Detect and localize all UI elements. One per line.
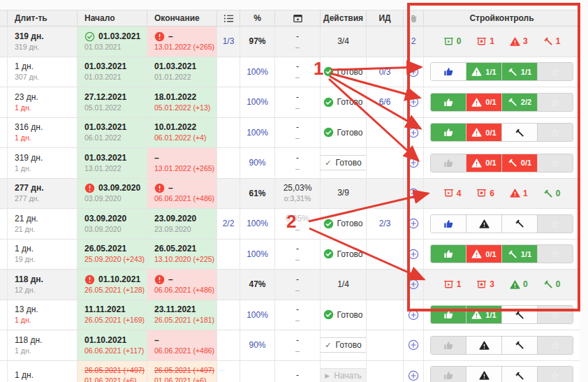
cell-checklist [217, 300, 240, 331]
cell-attach [404, 240, 424, 270]
cell-id: 2/3 [367, 209, 404, 240]
control-warning-button[interactable]: 1/1 [466, 63, 502, 80]
control-warning-button[interactable]: 0/1 [466, 94, 502, 111]
cell-actions: Готово [321, 240, 367, 270]
add-attachment-button[interactable] [408, 339, 419, 351]
summary-hammer: 1 [543, 36, 561, 46]
control-thumb-up-button[interactable] [431, 124, 466, 141]
id-link[interactable]: 2/3 [379, 219, 391, 228]
control-warning-button[interactable]: 0/1 [466, 154, 502, 172]
alert-circle-icon [84, 183, 95, 193]
percent-value: 90% [249, 340, 265, 350]
thumb-up-icon [443, 127, 454, 138]
cal-stop-icon [476, 36, 487, 47]
control-star-button[interactable]: ☆ [538, 124, 573, 141]
control-star-button[interactable]: ☆ [538, 367, 573, 382]
hammer-icon [515, 310, 524, 320]
table-row: 118 дн. 12 дн. 01.10.2021 26.05.2021 (+1… [0, 270, 580, 300]
control-star-button[interactable]: ☆ [538, 154, 573, 172]
control-star-button[interactable]: ☆ [538, 63, 573, 80]
done-button[interactable]: ✓Готово [321, 155, 367, 170]
control-warning-button[interactable] [466, 337, 502, 354]
percent-value: 97% [249, 36, 265, 46]
control-summary: 1300 [424, 279, 580, 290]
cell-control: ☆ [424, 330, 580, 361]
cell-id [367, 27, 404, 57]
control-warning-button[interactable]: 1/1 [466, 306, 502, 323]
table-row: 1 дн. 19 дн. 26.05.2021 25.09.2020 (+243… [0, 240, 580, 270]
add-attachment-button[interactable] [408, 249, 419, 260]
cell-end: – 06.06.2021 (+486) [147, 330, 217, 361]
checklist-link[interactable]: 2/2 [223, 219, 235, 228]
add-attachment-button[interactable] [408, 370, 419, 381]
control-button-group: 0/11/1☆ [430, 244, 573, 263]
control-warning-button[interactable]: 0/1 [466, 124, 502, 141]
control-thumb-up-button[interactable] [431, 215, 466, 233]
cal-stop-icon [476, 279, 487, 290]
warning-icon [471, 309, 482, 320]
control-star-button[interactable]: ☆ [538, 306, 573, 323]
control-hammer-button[interactable] [502, 337, 538, 354]
control-warning-button[interactable]: 0/1 [466, 245, 502, 263]
control-button-group: 1/11/1☆ [430, 62, 573, 81]
add-attachment-button[interactable] [408, 127, 419, 138]
summary-warning: 0 [510, 279, 528, 290]
control-warning-button[interactable] [466, 215, 502, 233]
star-icon: ☆ [550, 97, 559, 108]
control-thumb-up-button[interactable] [431, 306, 466, 323]
control-thumb-up-button[interactable] [431, 367, 466, 382]
control-star-button[interactable]: ☆ [538, 245, 573, 263]
control-hammer-button[interactable] [502, 124, 538, 141]
cell-indent [0, 209, 8, 240]
cell-control: 0/10/1☆ [424, 148, 580, 179]
cell-indent [0, 240, 8, 270]
attachment-count-link[interactable]: 2 [411, 36, 416, 46]
control-hammer-button[interactable]: 1/1 [502, 245, 538, 263]
hammer-icon [508, 97, 517, 107]
actions-fraction: 3/4 [337, 36, 349, 47]
check-circle-icon [323, 127, 334, 138]
add-attachment-button[interactable] [408, 188, 419, 199]
col-header-label: % [253, 13, 261, 23]
summary-cal-stop: 3 [476, 279, 494, 290]
control-thumb-up-button[interactable] [431, 94, 466, 111]
banner-icon [293, 13, 303, 24]
hammer-icon [543, 279, 553, 289]
checklist-link[interactable]: 1/3 [223, 36, 235, 46]
control-hammer-button[interactable] [502, 306, 538, 323]
control-star-button[interactable]: ☆ [538, 337, 573, 354]
control-hammer-button[interactable]: 2/2 [502, 94, 538, 111]
done-button[interactable]: ✓Готово [321, 337, 367, 353]
check-circle-icon [84, 31, 95, 42]
control-warning-button[interactable] [466, 367, 502, 382]
star-icon: ☆ [550, 309, 559, 320]
control-thumb-up-button[interactable] [431, 337, 466, 354]
add-attachment-button[interactable] [408, 309, 419, 321]
add-attachment-button[interactable] [408, 218, 419, 229]
cell-attach [404, 330, 424, 361]
id-link[interactable]: 6/6 [379, 97, 391, 107]
control-star-button[interactable]: ☆ [538, 94, 573, 111]
col-header-start: Начало [78, 10, 147, 26]
warning-icon [471, 249, 482, 259]
star-icon: ☆ [550, 340, 559, 351]
cell-id [367, 148, 404, 179]
add-attachment-button[interactable] [408, 157, 419, 168]
control-thumb-up-button[interactable] [431, 245, 466, 263]
control-star-button[interactable]: ☆ [538, 215, 573, 233]
control-hammer-button[interactable] [502, 367, 538, 382]
cell-id [367, 361, 404, 382]
start-button[interactable]: ▶Начать [321, 368, 367, 382]
control-hammer-button[interactable]: 1/1 [502, 63, 538, 80]
control-thumb-up-button[interactable] [431, 63, 466, 80]
cell-duration: 21 дн. 21 дн. [8, 209, 78, 240]
cell-indent [0, 330, 8, 361]
control-hammer-button[interactable] [502, 215, 538, 233]
add-attachment-button[interactable] [408, 96, 419, 108]
add-attachment-button[interactable] [408, 66, 419, 78]
add-attachment-button[interactable] [408, 279, 419, 290]
cell-plan: - – [275, 87, 321, 118]
control-thumb-up-button[interactable] [431, 154, 466, 172]
control-hammer-button[interactable]: 0/1 [502, 154, 538, 172]
id-link[interactable]: 0/3 [379, 67, 391, 77]
